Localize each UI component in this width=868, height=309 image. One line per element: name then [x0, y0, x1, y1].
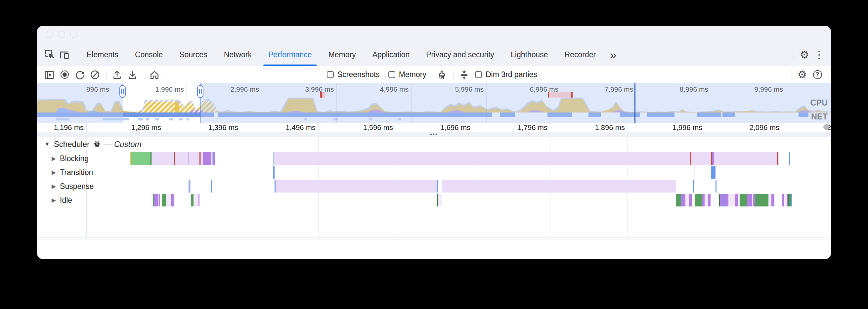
trace-event-bar[interactable]	[171, 194, 174, 207]
scrollbar-thumb[interactable]	[823, 124, 829, 130]
trace-event-bar[interactable]	[438, 194, 442, 207]
toggle-device-toolbar-button[interactable]	[57, 47, 71, 62]
record-button[interactable]	[58, 68, 71, 82]
trace-event-bar[interactable]	[791, 194, 792, 207]
screenshots-checkbox[interactable]: Screenshots	[327, 70, 380, 79]
inspect-element-button[interactable]	[42, 47, 57, 62]
track-row-idle[interactable]: ▶Idle	[37, 193, 831, 207]
help-button[interactable]: ?	[810, 68, 824, 82]
trace-event-bar[interactable]	[771, 194, 774, 207]
expand-triangle-icon[interactable]: ▶	[52, 183, 56, 190]
trace-event-bar[interactable]	[681, 194, 685, 207]
trace-event-bar[interactable]	[676, 194, 681, 207]
timeline-overview[interactable]: 996 ms1,996 ms2,996 ms3,996 ms4,996 ms5,…	[37, 83, 831, 123]
dim-3rd-parties-checkbox[interactable]: Dim 3rd parties	[475, 70, 537, 79]
collapse-sections-button[interactable]	[457, 68, 471, 82]
trace-event-bar[interactable]	[154, 194, 158, 207]
trace-event-bar[interactable]	[694, 152, 711, 165]
trace-event-bar[interactable]	[735, 194, 738, 207]
trace-event-bar[interactable]	[189, 152, 199, 165]
tab-console[interactable]: Console	[127, 43, 171, 66]
trace-event-bar[interactable]	[159, 194, 160, 207]
toggle-sidebar-button[interactable]	[42, 68, 56, 82]
load-profile-button[interactable]	[110, 68, 124, 82]
trace-event-bar[interactable]	[702, 194, 705, 207]
trace-event-bar[interactable]	[442, 180, 676, 192]
close-window-button[interactable]	[45, 31, 53, 38]
timeline-ruler[interactable]: 1,196 ms1,296 ms1,396 ms1,496 ms1,596 ms…	[37, 123, 831, 132]
devtools-menu-button[interactable]: ⋮	[812, 47, 826, 62]
trace-event-bar[interactable]	[166, 194, 171, 207]
tab-application[interactable]: Application	[364, 43, 418, 66]
track-row-blocking[interactable]: ▶Blocking	[37, 152, 831, 165]
collapse-triangle-icon[interactable]: ▼	[44, 141, 50, 148]
devtools-settings-button[interactable]: ⚙	[797, 47, 812, 62]
trace-event-bar[interactable]	[728, 194, 735, 207]
selection-handle-left[interactable]	[119, 85, 126, 98]
trace-event-bar[interactable]	[778, 152, 779, 165]
trace-event-bar[interactable]	[191, 194, 193, 207]
tab-lighthouse[interactable]: Lighthouse	[502, 43, 556, 66]
trace-event-bar[interactable]	[685, 194, 689, 207]
tab-network[interactable]: Network	[216, 43, 260, 66]
trace-event-bar[interactable]	[740, 194, 747, 207]
trace-event-bar[interactable]	[695, 194, 702, 207]
trace-event-bar[interactable]	[694, 166, 695, 179]
tab-memory[interactable]: Memory	[320, 43, 364, 66]
trace-event-bar[interactable]	[211, 180, 212, 192]
live-metrics-home-button[interactable]	[148, 68, 161, 82]
trace-event-bar[interactable]	[705, 194, 708, 207]
collect-garbage-button[interactable]	[435, 68, 449, 82]
trace-event-bar[interactable]	[789, 152, 790, 165]
track-row-transition[interactable]: ▶Transition	[37, 165, 831, 179]
capture-settings-button[interactable]: ⚙	[795, 68, 809, 82]
playhead-cursor[interactable]	[634, 83, 636, 123]
trace-event-bar[interactable]	[724, 194, 728, 207]
scheduler-track-header[interactable]: ▼ Scheduler — Custom	[37, 137, 831, 152]
expand-triangle-icon[interactable]: ▶	[52, 197, 56, 204]
trace-event-bar[interactable]	[769, 194, 771, 207]
memory-checkbox[interactable]: Memory	[389, 70, 426, 79]
trace-event-bar[interactable]	[198, 194, 199, 207]
trace-event-bar[interactable]	[693, 180, 694, 192]
more-tabs-button[interactable]: »	[604, 49, 622, 60]
trace-event-bar[interactable]	[213, 152, 215, 165]
trace-event-bar[interactable]	[720, 194, 723, 207]
pane-resize-handle[interactable]: •••	[37, 132, 831, 137]
trace-event-bar[interactable]	[175, 152, 188, 165]
trace-event-bar[interactable]	[747, 194, 752, 207]
clear-recording-button[interactable]	[88, 68, 102, 82]
trace-event-bar[interactable]	[708, 194, 711, 207]
trace-event-bar[interactable]	[437, 180, 438, 192]
tab-sources[interactable]: Sources	[171, 43, 215, 66]
trace-event-bar[interactable]	[689, 194, 692, 207]
trace-event-bar[interactable]	[203, 152, 211, 165]
trace-event-bar[interactable]	[274, 152, 690, 165]
tab-recorder[interactable]: Recorder	[556, 43, 604, 66]
minimize-window-button[interactable]	[58, 31, 65, 38]
record-and-reload-button[interactable]	[73, 68, 87, 82]
trace-event-bar[interactable]	[784, 194, 786, 207]
tab-privacy-and-security[interactable]: Privacy and security	[418, 43, 502, 66]
selection-handle-right[interactable]	[197, 85, 204, 98]
expand-triangle-icon[interactable]: ▶	[52, 155, 56, 162]
trace-event-bar[interactable]	[131, 152, 151, 165]
save-profile-button[interactable]	[125, 68, 139, 82]
trace-event-bar[interactable]	[162, 194, 166, 207]
trace-event-bar[interactable]	[276, 180, 437, 192]
track-row-suspense[interactable]: ▶Suspense	[37, 179, 831, 193]
tab-performance[interactable]: Performance	[260, 43, 320, 66]
expand-triangle-icon[interactable]: ▶	[52, 169, 56, 176]
trace-event-bar[interactable]	[691, 152, 694, 165]
trace-event-bar[interactable]	[755, 194, 769, 207]
trace-event-bar[interactable]	[711, 166, 715, 179]
track-area[interactable]: ▼ Scheduler — Custom ▶Blocking▶Transitio…	[37, 137, 831, 238]
tab-elements[interactable]: Elements	[79, 43, 127, 66]
trace-event-bar[interactable]	[152, 194, 153, 207]
trace-event-bar[interactable]	[715, 180, 716, 192]
trace-event-bar[interactable]	[714, 152, 777, 165]
trace-event-bar[interactable]	[152, 152, 174, 165]
zoom-window-button[interactable]	[70, 31, 78, 38]
trace-event-bar[interactable]	[190, 180, 191, 192]
trace-event-bar[interactable]	[193, 194, 198, 207]
